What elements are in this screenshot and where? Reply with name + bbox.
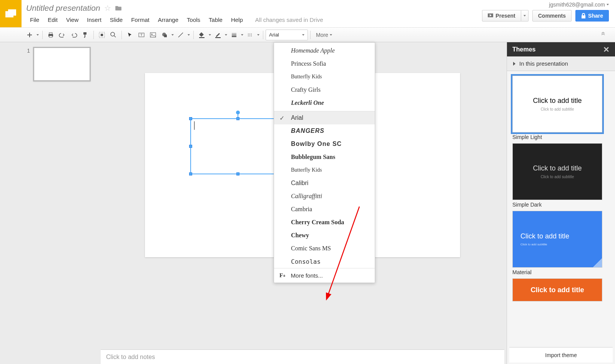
shape-tool[interactable] <box>159 30 170 40</box>
slide-thumbnail[interactable] <box>33 47 91 81</box>
present-dropdown[interactable] <box>521 10 529 22</box>
menu-format[interactable]: Format <box>127 15 153 25</box>
font-option-comic-sans[interactable]: Comic Sans MS <box>274 242 375 255</box>
redo-button[interactable] <box>68 30 80 40</box>
font-option-butterfly-kids-2[interactable]: Butterfly Kids <box>274 164 375 177</box>
theme-subtitle: Click to add subtitle <box>541 175 574 179</box>
menu-bar: File Edit View Insert Slide Format Arran… <box>26 14 471 25</box>
resize-handle-n[interactable] <box>236 117 239 120</box>
fill-color-button[interactable] <box>196 30 208 40</box>
folder-icon[interactable] <box>115 5 122 11</box>
line-tool[interactable] <box>175 30 186 40</box>
speaker-notes[interactable]: Click to add notes <box>101 349 504 364</box>
svg-rect-10 <box>101 34 103 36</box>
font-option-consolas[interactable]: Consolas <box>274 255 375 268</box>
slides-icon <box>5 9 16 18</box>
line-color-dropdown[interactable] <box>224 34 228 36</box>
font-option-homemade-apple[interactable]: Homemade Apple <box>274 44 375 57</box>
svg-rect-7 <box>49 36 52 37</box>
font-option-bangers[interactable]: BANGERS <box>274 124 375 137</box>
user-account[interactable]: jgsmith628@gmail.com <box>549 2 609 8</box>
line-dash-button[interactable] <box>244 30 256 40</box>
font-option-bowlby[interactable]: Bowlby One SC <box>274 137 375 151</box>
line-color-button[interactable] <box>212 30 224 40</box>
font-option-princess-sofia[interactable]: Princess Sofia <box>274 57 375 70</box>
theme-orange[interactable]: Click to add title <box>512 278 602 301</box>
text-box[interactable] <box>190 118 286 174</box>
menu-insert[interactable]: Insert <box>83 15 105 25</box>
menu-tools[interactable]: Tools <box>183 15 204 25</box>
themes-panel: Themes ✕ In this presentation Click to a… <box>507 42 615 364</box>
resize-handle-nw[interactable] <box>189 117 192 120</box>
font-option-arial[interactable]: ✓Arial <box>274 111 375 124</box>
font-option-bubblegum[interactable]: Bubblegum Sans <box>274 151 375 164</box>
toolbar-more[interactable]: More <box>313 32 335 38</box>
font-option-chewy[interactable]: Chewy <box>274 229 375 242</box>
resize-handle-w[interactable] <box>189 145 192 148</box>
font-option-butterfly-kids[interactable]: Butterfly Kids <box>274 70 375 83</box>
font-option-calligraffitti[interactable]: Calligraffitti <box>274 190 375 203</box>
doc-title[interactable]: Untitled presentation <box>26 3 100 13</box>
present-button[interactable]: Present <box>482 10 521 22</box>
font-option-crafty-girls[interactable]: Crafty Girls <box>274 83 375 96</box>
svg-text:T: T <box>140 33 143 37</box>
font-option-cherry-cream[interactable]: Cherry Cream Soda <box>274 216 375 229</box>
star-icon[interactable]: ☆ <box>104 3 111 13</box>
theme-simple-light[interactable]: Click to add title Click to add subtitle <box>512 76 602 132</box>
menu-edit[interactable]: Edit <box>44 15 62 25</box>
theme-subtitle: Click to add subtitle <box>520 243 547 246</box>
import-theme-button[interactable]: Import theme <box>509 347 613 362</box>
image-tool[interactable] <box>147 30 159 40</box>
chevron-down-icon <box>524 15 526 17</box>
new-slide-button[interactable] <box>24 30 35 40</box>
theme-label: Simple Light <box>512 134 610 140</box>
undo-button[interactable] <box>57 30 68 40</box>
new-slide-dropdown[interactable] <box>35 34 40 36</box>
font-option-calibri[interactable]: Calibri <box>274 177 375 190</box>
menu-help[interactable]: Help <box>227 15 247 25</box>
present-label: Present <box>495 13 515 19</box>
filmstrip: 1 <box>0 42 98 364</box>
chevron-right-icon <box>513 62 515 66</box>
in-this-presentation-toggle[interactable]: In this presentation <box>507 56 615 71</box>
resize-handle-sw[interactable] <box>189 172 192 175</box>
select-tool[interactable] <box>124 30 136 40</box>
app-header: Untitled presentation ☆ File Edit View I… <box>0 0 615 28</box>
menu-view[interactable]: View <box>62 15 82 25</box>
fill-dropdown[interactable] <box>208 34 212 36</box>
menu-table[interactable]: Table <box>205 15 226 25</box>
svg-rect-19 <box>215 37 221 38</box>
shape-dropdown[interactable] <box>170 34 175 36</box>
font-selector[interactable]: Arial <box>266 30 308 40</box>
print-button[interactable] <box>45 30 57 40</box>
close-icon[interactable]: ✕ <box>603 45 610 54</box>
share-button[interactable]: Share <box>575 10 609 22</box>
fit-button[interactable] <box>96 30 108 40</box>
line-dropdown[interactable] <box>186 34 191 36</box>
line-weight-dropdown[interactable] <box>240 34 244 36</box>
font-all-list[interactable]: ✓Arial BANGERS Bowlby One SC Bubblegum S… <box>274 111 375 268</box>
zoom-button[interactable] <box>108 30 119 40</box>
menu-arrange[interactable]: Arrange <box>154 15 182 25</box>
resize-handle-s[interactable] <box>236 172 239 175</box>
paint-format-button[interactable] <box>80 30 91 40</box>
rotate-handle[interactable] <box>236 111 240 114</box>
line-dash-dropdown[interactable] <box>256 34 261 36</box>
textbox-tool[interactable]: T <box>136 30 147 40</box>
theme-simple-dark[interactable]: Click to add title Click to add subtitle <box>512 143 602 200</box>
more-fonts-button[interactable]: F+ More fonts... <box>274 268 375 283</box>
theme-material[interactable]: Click to add title Click to add subtitle <box>512 211 602 268</box>
comments-button[interactable]: Comments <box>532 10 572 22</box>
font-option-leckerli-one[interactable]: Leckerli One <box>274 96 375 109</box>
menu-file[interactable]: File <box>26 15 43 25</box>
play-icon <box>488 13 493 18</box>
collapse-toolbar-icon[interactable] <box>600 31 606 38</box>
line-weight-button[interactable] <box>228 30 240 40</box>
chevron-down-icon <box>302 34 304 36</box>
chevron-down-icon <box>607 4 609 5</box>
check-icon: ✓ <box>279 114 284 122</box>
menu-slide[interactable]: Slide <box>106 15 126 25</box>
app-logo[interactable] <box>0 0 22 27</box>
font-recent-list: Homemade Apple Princess Sofia Butterfly … <box>274 43 375 111</box>
font-option-cambria[interactable]: Cambria <box>274 203 375 216</box>
